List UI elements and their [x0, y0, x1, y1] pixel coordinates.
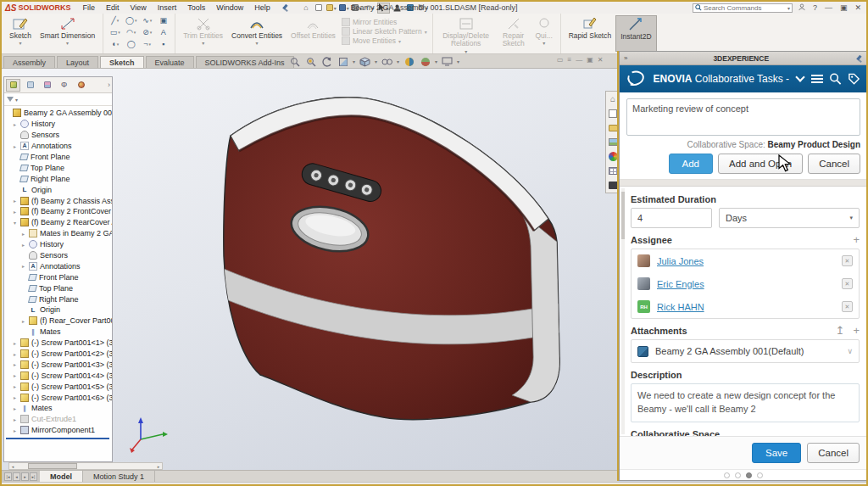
print-button[interactable] [352, 3, 362, 13]
display-style-caret-icon[interactable]: ▾ [375, 59, 377, 64]
options-gear-button[interactable]: ⚙ [418, 3, 428, 13]
search-caret-icon[interactable]: ▾ [787, 5, 790, 11]
3d-model-beamy-device[interactable] [129, 76, 587, 433]
tree-item[interactable]: Right Plane [4, 173, 112, 184]
pin-panel-icon[interactable] [854, 54, 863, 63]
task-title-input[interactable]: Marketing review of concept [626, 98, 860, 136]
smart-dimension-button[interactable]: Smart Dimension▾ [36, 15, 99, 52]
tree-item[interactable]: ▸ Cut-Extrude1 [4, 414, 112, 425]
configurationmanager-tab-icon[interactable] [40, 79, 54, 92]
rectangle-tool[interactable]: ▭▾ [107, 28, 123, 36]
point2-tool[interactable]: ▪ [155, 40, 171, 48]
previous-view-icon[interactable] [320, 56, 333, 67]
description-input[interactable]: We need to create a new design concept f… [631, 383, 860, 422]
line-tool[interactable]: ╱▾ [107, 16, 123, 25]
expand-arrow-icon[interactable]: ▸ [14, 143, 20, 149]
point-tool[interactable]: ◯ [123, 40, 139, 48]
tree-item[interactable]: ▸ (-) Screw Part001<1> (3.75 x 3 [4, 338, 112, 349]
tree-item[interactable]: ▾ (f) Beamy 2 RearCover Assem [4, 217, 112, 228]
filter-caret-icon[interactable]: ▾ [15, 97, 18, 103]
tree-item[interactable]: ▸ (f) Rear_Cover Part001<1> [4, 316, 112, 327]
repair-sketch-button[interactable]: Repair Sketch [496, 15, 531, 52]
linear-sketch-pattern-button[interactable]: Linear Sketch Pattern▾ [342, 27, 427, 36]
motion-study-tab[interactable]: Motion Study 1 [83, 471, 155, 482]
view-settings-caret-icon[interactable]: ▾ [457, 59, 459, 64]
rapid-sketch-button[interactable]: Rapid Sketch [565, 15, 616, 52]
quick-snaps-button[interactable]: Qui...▾ [531, 15, 557, 52]
form-scrollbar[interactable] [621, 188, 625, 434]
cancel-task-button[interactable]: Cancel [807, 443, 860, 463]
fillet-tool[interactable]: ¬▾ [139, 40, 155, 48]
tree-item[interactable]: ▸ (-) Screw Part001<2> (3.75 x 3 [4, 349, 112, 360]
command-tab[interactable]: Assembly [3, 56, 55, 68]
3dexperience-user-icon[interactable] [392, 3, 403, 13]
add-and-open-button[interactable]: Add and Open [718, 154, 803, 174]
doc-minimize-icon[interactable]: — [576, 56, 582, 64]
section-view-icon[interactable] [337, 56, 349, 67]
tree-item[interactable]: ▸ Annotations [4, 141, 112, 152]
undo-button[interactable]: ↶ [364, 3, 375, 13]
upload-attachment-button[interactable]: ↥ [836, 327, 845, 335]
attachment-item[interactable]: Beamy 2 GA Assembly 001(Default) ∨ [631, 339, 860, 363]
rollback-bar[interactable] [6, 438, 109, 439]
assignee-link[interactable]: Eric Engles [657, 279, 704, 289]
remove-assignee-button[interactable] [842, 278, 853, 289]
section-caret-icon[interactable]: ▾ [353, 59, 355, 64]
menu-item[interactable]: View [125, 3, 151, 12]
3dexperience-apps-icon[interactable] [405, 3, 415, 13]
expand-arrow-icon[interactable]: ▸ [14, 198, 20, 204]
tree-item[interactable]: ▸ History [4, 239, 112, 250]
tree-item[interactable]: ▸ Mates in Beamy 2 GA Asse [4, 228, 112, 239]
page-dot[interactable] [757, 472, 763, 478]
close-button[interactable]: ✕ [853, 3, 863, 12]
tree-horizontal-scrollbar[interactable]: ◂ ▸ [8, 462, 163, 470]
tree-item[interactable]: ▸ (-) Screw Part001<5> (3.75 x 3 [4, 381, 112, 392]
save-task-button[interactable]: Save [752, 443, 801, 463]
command-tab[interactable]: Layout [57, 56, 98, 68]
tree-item[interactable]: Front Plane [4, 271, 112, 282]
edit-appearance-icon[interactable] [403, 56, 415, 67]
featuremanager-tab-icon[interactable] [6, 79, 20, 92]
new-document-button[interactable] [314, 3, 324, 13]
doc-restore-icon[interactable]: ▣ [587, 56, 593, 64]
arc-tool[interactable]: ◠▾ [123, 28, 139, 36]
trim-entities-button[interactable]: Trim Entities▾ [179, 15, 227, 52]
command-tab[interactable]: Sketch [100, 56, 144, 68]
cancel-add-button[interactable]: Cancel [808, 154, 860, 174]
search-commands-box[interactable]: ▾ [693, 3, 793, 13]
tree-item[interactable]: Front Plane [4, 152, 112, 163]
sketch-picture-tool[interactable]: ▣ [155, 16, 171, 25]
expand-arrow-icon[interactable]: ▸ [22, 231, 29, 237]
page-dot[interactable] [724, 472, 730, 478]
remove-assignee-button[interactable] [842, 255, 853, 266]
attachment-chevron-icon[interactable]: ∨ [847, 347, 853, 355]
tree-item[interactable]: Sensors [4, 250, 112, 261]
tree-item[interactable]: Sensors [4, 130, 112, 141]
tree-item[interactable]: Origin [4, 184, 112, 195]
tree-item[interactable]: Right Plane [4, 293, 112, 304]
dimxpertmanager-tab-icon[interactable]: Φ [57, 79, 71, 92]
panel-expand-icon[interactable]: › [108, 81, 110, 89]
hide-show-items-icon[interactable] [381, 56, 393, 67]
apply-scene-icon[interactable] [419, 56, 431, 67]
tree-item[interactable]: ▸ History [4, 119, 112, 130]
scroll-right-icon[interactable]: ▸ [155, 464, 162, 469]
expand-arrow-icon[interactable]: ▸ [22, 242, 29, 248]
add-assignee-button[interactable]: + [853, 236, 860, 244]
menu-item[interactable]: Edit [101, 3, 125, 12]
command-tab[interactable]: Evaluate [146, 56, 194, 68]
expand-arrow-icon[interactable]: ▸ [14, 209, 20, 215]
open-button[interactable] [326, 3, 337, 13]
save-button[interactable] [339, 3, 349, 13]
expand-arrow-icon[interactable]: ▸ [14, 416, 20, 422]
tree-item[interactable]: Mates [4, 327, 112, 338]
help-button[interactable]: ? [811, 3, 819, 12]
app-chevron-down-icon[interactable] [795, 72, 804, 81]
display-delete-relations-button[interactable]: Display/Delete Relations▾ [437, 15, 496, 52]
menu-item[interactable]: Window [211, 3, 248, 12]
pin-menu-icon[interactable] [281, 3, 289, 12]
expand-arrow-icon[interactable]: ▸ [14, 351, 20, 357]
3dexperience-tab-icon[interactable] [608, 108, 619, 119]
search-commands-input[interactable] [704, 4, 786, 12]
design-library-tab-icon[interactable] [608, 122, 619, 133]
